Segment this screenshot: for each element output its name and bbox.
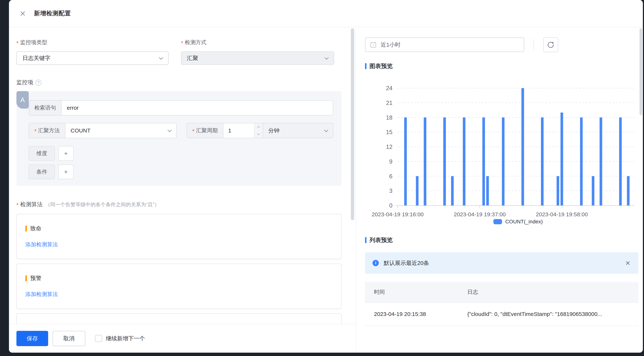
refresh-icon [547,41,554,49]
save-button[interactable]: 保存 [16,331,48,346]
detect-method-label: * 检测方式 [181,39,334,46]
condition-label: 条件 [29,165,55,179]
svg-text:2023-04-19 19:58:00: 2023-04-19 19:58:00 [536,211,588,217]
severity-card-fatal: 致命 添加检测算法 [16,214,342,259]
preview-chart: 036912151821242023-04-19 19:16:002023-04… [365,80,638,218]
cell-time: 2023-04-19 20:15:38 [365,311,458,317]
info-icon: i [372,260,379,266]
continue-add-checkbox-wrap[interactable]: 继续新增下一个 [95,335,145,343]
legend-swatch-icon [494,219,502,224]
agg-period-input[interactable]: 1 [224,123,254,138]
chevron-down-icon [324,128,328,132]
stepper-down-icon[interactable] [254,131,263,138]
add-algorithm-link[interactable]: 添加检测算法 [26,291,58,298]
algorithm-label: 检测算法 [20,201,42,208]
toolbar-divider [534,39,534,50]
query-input-group: 检索语句 error [29,100,333,116]
agg-method-group: * 汇聚方法 COUNT [29,123,177,138]
log-preview-table: 时间 日志 2023-04-19 20:15:38 {"cloudId": 0,… [365,282,638,326]
monitor-type-label: * 监控项类型 [16,39,168,46]
required-asterisk: * [16,201,18,208]
monitor-type-select[interactable]: 日志关键字 [16,51,168,65]
monitor-type-value: 日志关键字 [22,54,50,62]
svg-text:2023-04-19 19:37:00: 2023-04-19 19:37:00 [454,211,506,217]
legend-label: COUNT(_index) [505,219,543,225]
left-panel-scrollbar[interactable] [351,28,354,220]
item-badge: A [16,91,29,109]
svg-text:18: 18 [386,114,392,121]
close-icon[interactable]: × [18,8,28,19]
severity-title: 致命 [26,225,332,232]
monitor-item-panel: A 检索语句 error * 汇聚方法 [16,91,342,186]
refresh-button[interactable] [543,37,558,52]
agg-period-unit-select[interactable]: 分钟 [263,123,333,138]
add-algorithm-link[interactable]: 添加检测算法 [26,241,58,248]
svg-text:15: 15 [386,129,392,135]
algorithm-header: * 检测算法 （同一个告警等级中的各个条件之间的关系为“且”） [16,201,334,208]
agg-period-label: * 汇聚周期 [187,123,223,138]
table-row: 2023-04-19 20:15:38 {"cloudId": 0, "dtEv… [365,303,638,326]
chart-legend[interactable]: COUNT(_index) [365,219,638,225]
svg-text:6: 6 [389,173,392,179]
cell-log: {"cloudId": 0, "dtEventTimeStamp": "1681… [458,311,638,317]
svg-text:3: 3 [389,187,392,194]
chart-preview-title: 图表预览 [365,62,638,70]
preview-panel: 7 近1小时 图表预览 03691 [356,27,643,353]
table-header-row: 时间 日志 [365,282,638,303]
config-form-panel: * 监控项类型 日志关键字 * 检测方式 [9,27,356,353]
svg-text:0: 0 [389,202,392,209]
continue-add-label: 继续新增下一个 [106,335,145,343]
time-range-value: 近1小时 [381,41,401,49]
column-header-time: 时间 [365,288,458,296]
required-asterisk: * [192,127,194,134]
chevron-down-icon [168,128,172,132]
add-dimension-button[interactable]: + [58,146,74,161]
stepper-up-icon[interactable] [254,123,263,131]
required-asterisk: * [34,127,36,134]
form-footer: 保存 取消 继续新增下一个 [9,324,356,353]
preview-toolbar: 7 近1小时 [365,37,638,52]
monitor-item-label: 监控项 [16,79,33,86]
severity-marker [26,275,27,281]
chevron-down-icon [324,55,329,60]
calendar-icon: 7 [370,41,376,48]
agg-period-unit-value: 分钟 [268,127,280,135]
add-detection-config-drawer: × 新增检测配置 * 监控项类型 日志关键字 [9,0,643,353]
svg-text:24: 24 [386,85,392,91]
page-title: 新增检测配置 [34,9,71,17]
query-label: 检索语句 [29,101,62,115]
severity-marker [26,226,27,232]
chevron-down-icon [159,55,163,60]
section-accent-bar [365,237,366,243]
time-range-picker[interactable]: 7 近1小时 [365,37,524,52]
help-question-icon[interactable]: ? [36,80,42,86]
agg-method-select[interactable]: COUNT [65,123,176,138]
required-asterisk: * [181,39,183,46]
detect-method-value: 汇聚 [187,54,198,62]
query-input[interactable]: error [62,101,333,115]
list-preview-title: 列表预览 [365,236,638,244]
svg-text:2023-04-19 19:16:00: 2023-04-19 19:16:00 [372,211,424,217]
svg-text:12: 12 [386,144,392,150]
svg-text:9: 9 [389,158,392,165]
right-panel-scrollbar[interactable] [640,28,642,115]
agg-period-group: * 汇聚周期 1 分钟 [186,123,333,138]
alert-close-icon[interactable]: × [625,259,630,267]
add-condition-button[interactable]: + [58,165,74,179]
column-header-log: 日志 [458,288,638,296]
svg-text:7: 7 [372,44,374,47]
checkbox-icon[interactable] [95,335,102,342]
number-stepper [254,123,263,138]
detect-method-select[interactable]: 汇聚 [181,51,334,65]
severity-title: 预警 [26,274,332,282]
drawer-body: * 监控项类型 日志关键字 * 检测方式 [9,27,643,353]
detect-method-field: * 检测方式 汇聚 [181,39,334,65]
drawer-header: × 新增检测配置 [9,0,643,27]
info-alert: i 默认展示最近20条 × [365,252,638,274]
alert-message: 默认展示最近20条 [384,259,429,267]
dimension-label: 维度 [29,146,55,161]
severity-card-warning: 预警 添加检测算法 [16,264,342,309]
cancel-button[interactable]: 取消 [52,331,85,346]
agg-method-value: COUNT [70,127,90,134]
section-accent-bar [365,63,366,69]
